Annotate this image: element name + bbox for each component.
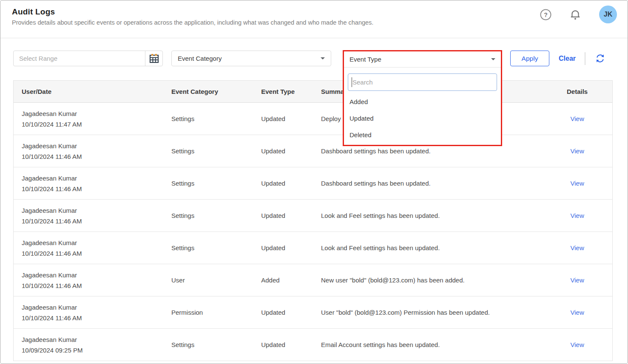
date-range-picker [13, 51, 163, 66]
event-category-cell: Settings [163, 115, 253, 122]
summary-cell: Dashboard settings has been updated. [313, 180, 542, 187]
view-link[interactable]: View [570, 309, 584, 316]
audit-log-table: User/DateEvent CategoryEvent TypeSummary… [13, 80, 613, 361]
chevron-down-icon [321, 57, 325, 59]
apply-button[interactable]: Apply [510, 51, 549, 66]
bell-icon[interactable] [569, 8, 581, 20]
event-category-cell: Settings [163, 341, 253, 348]
table-row: Jagadeesan Kumar 10/10/2024 11:46 AM Set… [14, 167, 612, 200]
view-link[interactable]: View [570, 244, 584, 251]
view-link[interactable]: View [570, 341, 584, 348]
user-date-cell: Jagadeesan Kumar 10/10/2024 11:46 AM [14, 270, 163, 291]
event-date: 10/09/2024 09:25 PM [22, 345, 163, 356]
event-type-cell: Added [253, 277, 313, 284]
event-date: 10/10/2024 11:46 AM [22, 216, 163, 226]
summary-cell: Email Account settings has been updated. [313, 341, 542, 348]
event-type-option-deleted[interactable]: Deleted [344, 127, 501, 143]
table-row: Jagadeesan Kumar 10/10/2024 11:46 AM Set… [14, 200, 612, 232]
view-link[interactable]: View [570, 180, 584, 187]
event-category-cell: Settings [163, 147, 253, 155]
event-date: 10/10/2024 11:47 AM [22, 119, 163, 130]
user-name: Jagadeesan Kumar [22, 270, 163, 280]
user-name: Jagadeesan Kumar [22, 108, 163, 119]
table-row: Jagadeesan Kumar 10/10/2024 11:47 AM Set… [14, 103, 612, 135]
view-link[interactable]: View [570, 212, 584, 219]
table-row: Jagadeesan Kumar 10/09/2024 09:25 PM Set… [14, 329, 612, 361]
dropdown-search-wrap [348, 73, 497, 91]
details-cell: View [542, 277, 612, 284]
user-date-cell: Jagadeesan Kumar 10/10/2024 11:46 AM [14, 141, 163, 162]
event-date: 10/10/2024 11:46 AM [22, 280, 163, 291]
event-type-cell: Updated [253, 180, 313, 187]
event-category-label: Event Category [178, 55, 222, 62]
summary-cell: Look and Feel settings has been updated. [313, 212, 542, 219]
event-type-option-updated[interactable]: Updated [344, 110, 501, 127]
table-body: Jagadeesan Kumar 10/10/2024 11:47 AM Set… [14, 103, 612, 361]
text-cursor [352, 77, 352, 87]
event-type-cell: Updated [253, 115, 313, 122]
filter-divider [585, 52, 585, 65]
table-row: Jagadeesan Kumar 10/10/2024 11:46 AM Set… [14, 232, 612, 264]
event-type-highlight-box: Event Type AddedUpdatedDeleted [343, 50, 502, 146]
event-date: 10/10/2024 11:46 AM [22, 248, 163, 259]
page-header: Audit Logs Provides details about specif… [0, 0, 628, 38]
audit-logs-page: Audit Logs Provides details about specif… [0, 0, 628, 364]
user-date-cell: Jagadeesan Kumar 10/10/2024 11:46 AM [14, 302, 163, 323]
calendar-icon[interactable] [145, 51, 162, 66]
event-type-option-added[interactable]: Added [344, 93, 501, 110]
table-row: Jagadeesan Kumar 10/10/2024 11:46 AM Per… [14, 296, 612, 329]
table-row: Jagadeesan Kumar 10/10/2024 11:46 AM Set… [14, 135, 612, 167]
event-type-cell: Updated [253, 244, 313, 251]
table-header-row: User/DateEvent CategoryEvent TypeSummary… [14, 81, 612, 103]
event-type-label: Event Type [350, 56, 381, 63]
user-name: Jagadeesan Kumar [22, 302, 163, 313]
view-link[interactable]: View [570, 147, 584, 155]
view-link[interactable]: View [570, 115, 584, 122]
user-date-cell: Jagadeesan Kumar 10/10/2024 11:47 AM [14, 108, 163, 130]
event-category-cell: Settings [163, 212, 253, 219]
details-cell: View [542, 341, 612, 348]
help-icon[interactable]: ? [540, 8, 551, 20]
event-category-cell: Settings [163, 180, 253, 187]
page-header-titles: Audit Logs Provides details about specif… [12, 7, 373, 26]
date-range-input[interactable] [14, 51, 145, 66]
column-header-user-date: User/Date [14, 88, 163, 95]
event-type-options: AddedUpdatedDeleted [344, 93, 501, 143]
user-name: Jagadeesan Kumar [22, 141, 163, 151]
event-type-select[interactable]: Event Type [344, 51, 501, 68]
user-date-cell: Jagadeesan Kumar 10/10/2024 11:46 AM [14, 237, 163, 259]
event-category-cell: User [163, 277, 253, 284]
user-name: Jagadeesan Kumar [22, 334, 163, 345]
event-category-select[interactable]: Event Category [171, 51, 331, 66]
table-row: Jagadeesan Kumar 10/10/2024 11:46 AM Use… [14, 264, 612, 296]
details-cell: View [542, 147, 612, 155]
event-type-cell: Updated [253, 341, 313, 348]
svg-text:?: ? [544, 11, 548, 18]
event-type-cell: Updated [253, 212, 313, 219]
user-avatar[interactable]: JK [599, 6, 617, 23]
column-header-event-category: Event Category [163, 88, 253, 95]
header-icons: ? JK [540, 6, 617, 23]
user-name: Jagadeesan Kumar [22, 237, 163, 248]
refresh-icon[interactable] [594, 53, 605, 64]
page-title: Audit Logs [12, 7, 373, 17]
event-date: 10/10/2024 11:46 AM [22, 183, 163, 194]
clear-button[interactable]: Clear [559, 55, 576, 62]
details-cell: View [542, 244, 612, 251]
dropdown-search-input[interactable] [348, 73, 497, 91]
event-type-dropdown-panel: AddedUpdatedDeleted [344, 68, 501, 143]
user-name: Jagadeesan Kumar [22, 205, 163, 216]
chevron-down-icon [491, 58, 495, 60]
event-type-cell: Updated [253, 309, 313, 316]
filter-bar: Event Category Apply Clear [13, 51, 605, 66]
page-subtitle: Provides details about specific events o… [12, 19, 373, 26]
user-date-cell: Jagadeesan Kumar 10/09/2024 09:25 PM [14, 334, 163, 356]
event-date: 10/10/2024 11:46 AM [22, 313, 163, 323]
details-cell: View [542, 180, 612, 187]
view-link[interactable]: View [570, 277, 584, 284]
details-cell: View [542, 115, 612, 122]
event-type-cell: Updated [253, 147, 313, 155]
user-name: Jagadeesan Kumar [22, 173, 163, 183]
summary-cell: User "bold" (bold@123.com) Permission ha… [313, 309, 542, 316]
summary-cell: Look and Feel settings has been updated. [313, 244, 542, 251]
